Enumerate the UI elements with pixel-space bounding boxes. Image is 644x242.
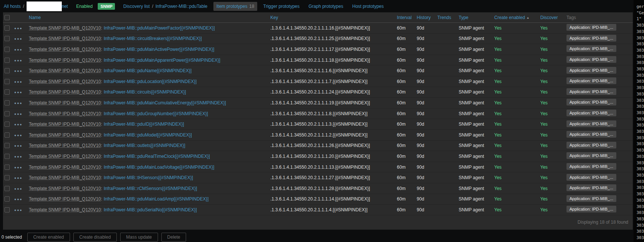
row-checkbox[interactable]	[4, 79, 10, 84]
row-checkbox[interactable]	[4, 207, 10, 212]
tab-graph-prototypes[interactable]: Graph prototypes	[306, 2, 346, 11]
column-header-discover[interactable]: Discover	[540, 15, 558, 20]
create-enabled-toggle-link[interactable]: Yes	[494, 175, 502, 180]
discover-toggle-link[interactable]: Yes	[540, 25, 548, 31]
application-tag-chip[interactable]: Application: IPD-MIB_...	[566, 24, 616, 31]
item-name-link[interactable]: InfraPower-MIB::pduID[{#SNMPINDEX}]	[104, 122, 184, 127]
create-enabled-toggle-link[interactable]: Yes	[494, 132, 502, 138]
row-context-menu-button[interactable]: ●●●	[14, 134, 22, 137]
breadcrumb-discovery-rule-link[interactable]: InfraPower-MIB::pduTable	[155, 4, 207, 9]
create-enabled-toggle-link[interactable]: Yes	[494, 47, 502, 52]
discover-toggle-link[interactable]: Yes	[540, 154, 548, 159]
row-context-menu-button[interactable]: ●●●	[14, 123, 22, 126]
application-tag-chip[interactable]: Application: IPD-MIB_...	[566, 88, 616, 95]
discover-toggle-link[interactable]: Yes	[540, 58, 548, 63]
application-tag-chip[interactable]: Application: IPD-MIB_...	[566, 131, 616, 138]
template-prefix-link[interactable]: Template SNMP IPD-MIB_Q120V10	[29, 100, 101, 105]
application-tag-chip[interactable]: Application: IPD-MIB_...	[566, 195, 616, 202]
item-name-link[interactable]: InfraPower-MIB::pduModel[{#SNMPINDEX}]	[104, 132, 192, 138]
template-prefix-link[interactable]: Template SNMP IPD-MIB_Q120V10	[29, 36, 101, 41]
template-prefix-link[interactable]: Template SNMP IPD-MIB_Q120V10	[29, 47, 101, 52]
row-checkbox[interactable]	[4, 175, 10, 180]
item-name-link[interactable]: InfraPower-MIB::pduMainLoadVoltage[{#SNM…	[104, 165, 215, 170]
item-name-link[interactable]: InfraPower-MIB::pduRealTimeClock[{#SNMPI…	[104, 154, 210, 159]
column-header-interval[interactable]: Interval	[397, 15, 411, 20]
column-header-trends[interactable]: Trends	[437, 15, 451, 20]
column-header-type[interactable]: Type	[459, 15, 468, 20]
discover-toggle-link[interactable]: Yes	[540, 196, 548, 202]
discover-toggle-link[interactable]: Yes	[540, 47, 548, 52]
row-checkbox[interactable]	[4, 165, 10, 170]
row-context-menu-button[interactable]: ●●●	[14, 48, 22, 52]
item-name-link[interactable]: InfraPower-MIB::pduMainActivePower[{#SNM…	[104, 47, 214, 52]
template-prefix-link[interactable]: Template SNMP IPD-MIB_Q120V10	[29, 196, 101, 202]
create-enabled-toggle-link[interactable]: Yes	[494, 186, 502, 191]
template-prefix-link[interactable]: Template SNMP IPD-MIB_Q120V10	[29, 58, 101, 63]
create-enabled-toggle-link[interactable]: Yes	[494, 100, 502, 105]
breadcrumb-discovery-list-link[interactable]: Discovery list	[123, 4, 150, 9]
application-tag-chip[interactable]: Application: IPD-MIB_...	[566, 206, 616, 212]
create-enabled-toggle-link[interactable]: Yes	[494, 143, 502, 148]
application-tag-chip[interactable]: Application: IPD-MIB_...	[566, 110, 616, 116]
column-header-name[interactable]: Name	[29, 15, 41, 20]
discover-toggle-link[interactable]: Yes	[540, 100, 548, 105]
item-name-link[interactable]: InfraPower-MIB::pduName[{#SNMPINDEX}]	[104, 68, 192, 73]
discover-toggle-link[interactable]: Yes	[540, 68, 548, 73]
row-checkbox[interactable]	[4, 186, 10, 191]
discover-toggle-link[interactable]: Yes	[540, 89, 548, 95]
breadcrumb-all-hosts-link[interactable]: All hosts	[4, 4, 21, 9]
application-tag-chip[interactable]: Application: IPD-MIB_...	[566, 120, 616, 127]
application-tag-chip[interactable]: Application: IPD-MIB_...	[566, 184, 616, 191]
application-tag-chip[interactable]: Application: IPD-MIB_...	[566, 163, 616, 170]
template-prefix-link[interactable]: Template SNMP IPD-MIB_Q120V10	[29, 68, 101, 73]
create-enabled-button[interactable]: Create enabled	[27, 233, 70, 242]
row-checkbox[interactable]	[4, 196, 10, 202]
select-all-checkbox[interactable]	[4, 15, 10, 20]
discover-toggle-link[interactable]: Yes	[540, 143, 548, 148]
row-context-menu-button[interactable]: ●●●	[14, 27, 22, 30]
application-tag-chip[interactable]: Application: IPD-MIB_...	[566, 174, 616, 181]
template-prefix-link[interactable]: Template SNMP IPD-MIB_Q120V10	[29, 175, 101, 180]
template-prefix-link[interactable]: Template SNMP IPD-MIB_Q120V10	[29, 186, 101, 191]
column-header-key[interactable]: Key	[270, 15, 278, 20]
item-name-link[interactable]: InfraPower-MIB::outlets[{#SNMPINDEX}]	[104, 143, 185, 148]
row-context-menu-button[interactable]: ●●●	[14, 208, 22, 212]
row-checkbox[interactable]	[4, 100, 10, 105]
row-checkbox[interactable]	[4, 58, 10, 63]
create-enabled-toggle-link[interactable]: Yes	[494, 111, 502, 116]
row-context-menu-button[interactable]: ●●●	[14, 112, 22, 116]
row-checkbox[interactable]	[4, 36, 10, 41]
mass-update-button[interactable]: Mass update	[120, 233, 158, 242]
row-checkbox[interactable]	[4, 122, 10, 127]
item-name-link[interactable]: InfraPower-MIB::tHSensors[{#SNMPINDEX}]	[104, 175, 193, 180]
application-tag-chip[interactable]: Application: IPD-MIB_...	[566, 142, 616, 148]
template-prefix-link[interactable]: Template SNMP IPD-MIB_Q120V10	[29, 25, 101, 31]
discover-toggle-link[interactable]: Yes	[540, 175, 548, 180]
item-name-link[interactable]: InfraPower-MIB::pduSerialNo[{#SNMPINDEX}…	[104, 207, 197, 212]
discover-toggle-link[interactable]: Yes	[540, 36, 548, 41]
application-tag-chip[interactable]: Application: IPD-MIB_...	[566, 45, 616, 52]
item-name-link[interactable]: InfraPower-MIB::pduMainApparentPower[{#S…	[104, 58, 220, 63]
row-context-menu-button[interactable]: ●●●	[14, 101, 22, 105]
row-context-menu-button[interactable]: ●●●	[14, 59, 22, 62]
row-checkbox[interactable]	[4, 47, 10, 52]
tab-item-prototypes[interactable]: Item prototypes18	[213, 2, 257, 11]
item-name-link[interactable]: InfraPower-MIB::pduGroupNumber[{#SNMPIND…	[104, 111, 208, 116]
discover-toggle-link[interactable]: Yes	[540, 186, 548, 191]
column-header-history[interactable]: History	[417, 15, 431, 20]
create-enabled-toggle-link[interactable]: Yes	[494, 89, 502, 95]
application-tag-chip[interactable]: Application: IPD-MIB_...	[566, 152, 616, 159]
discover-toggle-link[interactable]: Yes	[540, 132, 548, 138]
template-prefix-link[interactable]: Template SNMP IPD-MIB_Q120V10	[29, 154, 101, 159]
discover-toggle-link[interactable]: Yes	[540, 165, 548, 170]
application-tag-chip[interactable]: Application: IPD-MIB_...	[566, 35, 616, 42]
item-name-link[interactable]: InfraPower-MIB::circuits[{#SNMPINDEX}]	[104, 89, 186, 95]
row-context-menu-button[interactable]: ●●●	[14, 69, 22, 73]
item-name-link[interactable]: InfraPower-MIB::pduMainCumulativeEnergy[…	[104, 100, 226, 105]
discover-toggle-link[interactable]: Yes	[540, 122, 548, 127]
row-context-menu-button[interactable]: ●●●	[14, 144, 22, 148]
application-tag-chip[interactable]: Application: IPD-MIB_...	[566, 67, 616, 74]
item-name-link[interactable]: InfraPower-MIB::circuitBreakers[{#SNMPIN…	[104, 36, 202, 41]
create-disabled-button[interactable]: Create disabled	[73, 233, 117, 242]
discover-toggle-link[interactable]: Yes	[540, 111, 548, 116]
